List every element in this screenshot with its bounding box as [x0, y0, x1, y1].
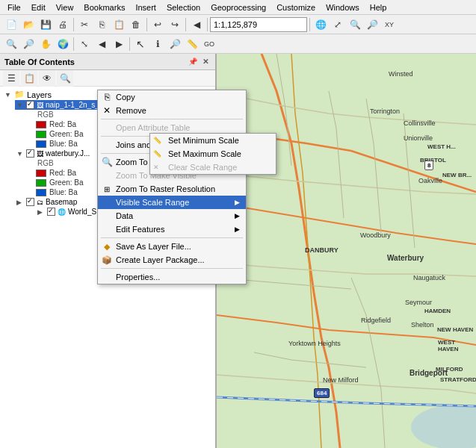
toc-header: Table Of Contents 📌 ✕: [0, 54, 215, 70]
zoom-layer-icon: 🔍: [101, 156, 113, 168]
undo-btn[interactable]: ↩: [149, 16, 166, 33]
print-btn[interactable]: 🖨: [55, 16, 71, 33]
sep3: [185, 18, 186, 31]
select-tool[interactable]: ↖: [132, 36, 149, 52]
pan-tool[interactable]: ✋: [37, 36, 54, 52]
context-menu: ⎘ Copy ✕ Remove Open Attribute Table Joi…: [97, 90, 247, 284]
sep6: [73, 37, 74, 51]
naip-expand: ▼: [16, 102, 24, 109]
menu-file[interactable]: File: [3, 1, 25, 13]
raster-icon: 🖼: [37, 102, 43, 109]
toolbar-tools: 🔍 🔎 ✋ 🌍 ⤡ ◀ ▶ ↖ ℹ 🔎 📏 GO: [0, 34, 476, 54]
zoom-out-tool[interactable]: 🔎: [20, 36, 37, 52]
cm-zoom-raster[interactable]: ⊞ Zoom To Raster Resolution: [98, 182, 246, 196]
toc-search-btn[interactable]: 🔍: [57, 70, 73, 87]
extent-next-btn[interactable]: ▶: [111, 36, 127, 52]
naip-checkbox[interactable]: [26, 101, 34, 109]
cm-properties[interactable]: Properties...: [98, 270, 246, 284]
zoom-globe-btn[interactable]: 🌐: [312, 16, 329, 33]
toc-dock-btn[interactable]: 📌: [188, 57, 198, 67]
copy-icon: ⎘: [101, 91, 113, 103]
set-max-icon: 📏: [153, 150, 161, 158]
edit-features-icon: [101, 223, 113, 235]
red-swatch: [36, 121, 46, 128]
w-red-swatch: [36, 169, 46, 177]
menu-customize[interactable]: Customize: [272, 1, 320, 13]
extent-prev-btn[interactable]: ◀: [93, 36, 110, 52]
menu-edit[interactable]: Edit: [27, 1, 50, 13]
waterbury-checkbox[interactable]: [26, 149, 34, 158]
globe-tool[interactable]: 🌍: [55, 36, 71, 52]
cm-save-layer[interactable]: ◆ Save As Layer File...: [98, 240, 246, 253]
zoom-out-btn[interactable]: 🔎: [364, 16, 380, 33]
cm-create-pkg[interactable]: 📦 Create Layer Package...: [98, 253, 246, 267]
green-swatch: [36, 131, 46, 138]
pan-left-btn[interactable]: ◀: [188, 16, 205, 33]
menu-bookmarks[interactable]: Bookmarks: [79, 1, 129, 13]
zoom-in-btn[interactable]: 🔍: [347, 16, 363, 33]
folder-icon: 📁: [14, 90, 25, 99]
cm-copy[interactable]: ⎘ Copy: [98, 90, 246, 104]
edit-features-arrow: ▶: [235, 225, 240, 233]
shield-8: 8: [424, 161, 433, 170]
delete-btn[interactable]: 🗑: [128, 16, 144, 33]
green-label: Green: Ba: [49, 130, 84, 138]
cm-visible-scale[interactable]: Visible Scale Range ▶: [98, 196, 246, 209]
map-area[interactable]: Winsted Torrington Collinsville Unionvil…: [217, 54, 476, 448]
sub-set-max[interactable]: 📏 Set Maximum Scale: [150, 147, 276, 161]
basemap-icon: 🗂: [37, 199, 43, 206]
save-layer-icon: ◆: [101, 240, 113, 252]
shield-684: 684: [314, 388, 330, 398]
zoom-visible-icon: [101, 169, 113, 181]
basemap-checkbox[interactable]: [26, 198, 34, 206]
identify-tool[interactable]: ℹ: [149, 36, 166, 52]
red-label: Red: Ba: [49, 120, 76, 128]
scale-input[interactable]: [210, 17, 307, 32]
visible-scale-icon: [101, 196, 113, 208]
extent-full-btn[interactable]: ⤡: [76, 36, 93, 52]
open-btn[interactable]: 📂: [20, 16, 37, 33]
paste-btn[interactable]: 📋: [111, 16, 127, 33]
redo-btn[interactable]: ↪: [167, 16, 183, 33]
data-icon: [101, 210, 113, 222]
cm-edit-features-label: Edit Features: [116, 225, 164, 234]
cut-btn[interactable]: ✂: [76, 16, 93, 33]
menu-view[interactable]: View: [52, 1, 78, 13]
save-btn[interactable]: 💾: [37, 16, 54, 33]
toc-vis-view[interactable]: 👁: [39, 70, 55, 87]
toc-list-view[interactable]: ☰: [3, 70, 19, 87]
sub-set-min[interactable]: 📏 Set Minimum Scale: [150, 134, 276, 147]
cm-data[interactable]: Data ▶: [98, 209, 246, 223]
cm-remove[interactable]: ✕ Remove: [98, 104, 246, 117]
measure-tool[interactable]: 📏: [184, 36, 200, 52]
menu-selection[interactable]: Selection: [162, 1, 205, 13]
expand-arrow: ▼: [4, 91, 12, 99]
world-checkbox[interactable]: [47, 208, 55, 216]
find-tool[interactable]: 🔎: [167, 36, 183, 52]
toc-toolbar: ☰ 📋 👁 🔍: [0, 70, 215, 87]
cm-edit-features[interactable]: Edit Features ▶: [98, 223, 246, 236]
cm-zoom-raster-label: Zoom To Raster Resolution: [116, 184, 215, 193]
create-pkg-icon: 📦: [101, 254, 113, 266]
new-btn[interactable]: 📄: [3, 16, 19, 33]
menu-help[interactable]: Help: [365, 1, 392, 13]
menu-insert[interactable]: Insert: [131, 1, 161, 13]
toolbar-standard: 📄 📂 💾 🖨 ✂ ⎘ 📋 🗑 ↩ ↪ ◀ 🌐 ⤢ 🔍 🔎 XY: [0, 15, 476, 34]
layer-group-label: Layers: [27, 90, 52, 99]
open-attr-icon: [101, 122, 113, 134]
basemap-expand: ▶: [16, 199, 24, 206]
cm-open-attr-label: Open Attribute Table: [116, 123, 190, 132]
zoom-in-tool[interactable]: 🔍: [3, 36, 19, 52]
menu-windows[interactable]: Windows: [321, 1, 364, 13]
xy-btn[interactable]: XY: [381, 16, 398, 33]
waterbury-raster-icon: 🖼: [37, 150, 43, 158]
basemap-layer-name: Basemap: [46, 198, 77, 206]
goto-xy-tool[interactable]: GO: [201, 36, 217, 52]
extent-btn[interactable]: ⤢: [330, 16, 346, 33]
menu-geoprocessing[interactable]: Geoprocessing: [206, 1, 271, 13]
toc-close-btn[interactable]: ✕: [200, 57, 211, 67]
w-green-label: Green: Ba: [49, 178, 84, 187]
toc-source-view[interactable]: 📋: [21, 70, 37, 87]
copy-btn[interactable]: ⎘: [93, 16, 110, 33]
sep1: [73, 18, 74, 31]
